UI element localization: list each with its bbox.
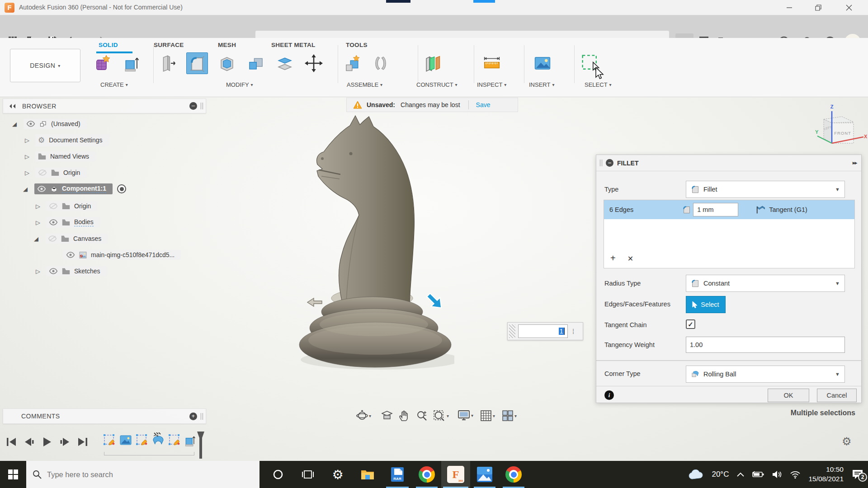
viewports-tool[interactable] — [502, 410, 517, 422]
create-primitive-icon[interactable] — [92, 52, 114, 74]
cortana-button[interactable] — [263, 461, 293, 488]
timeline-go-to-end[interactable] — [77, 436, 89, 447]
timeline-sketch-feature[interactable] — [102, 433, 117, 447]
expand-icon[interactable]: ◢ — [11, 121, 18, 127]
modify-combine-icon[interactable] — [245, 52, 267, 74]
insert-canvas-icon[interactable] — [532, 52, 553, 74]
construct-group-label[interactable]: CONSTRUCT — [416, 81, 458, 88]
panel-grip[interactable] — [201, 413, 203, 420]
add-comment-icon[interactable]: + — [189, 413, 197, 420]
tangency-weight-input[interactable] — [686, 337, 845, 353]
tree-row-origin[interactable]: ▷ Origin — [24, 166, 86, 179]
tree-row-component[interactable]: ◢ Component1:1 — [22, 182, 126, 196]
look-at-tool[interactable] — [381, 410, 393, 421]
comments-panel-header[interactable]: COMMENTS + — [3, 408, 206, 424]
eye-off-icon[interactable] — [48, 235, 57, 242]
expand-icon[interactable]: ◢ — [22, 186, 29, 192]
settings-app-icon[interactable]: ⚙ — [323, 461, 353, 488]
secondary-arrow-icon[interactable] — [307, 297, 323, 307]
tab-mesh[interactable]: MESH — [218, 42, 236, 48]
volume-icon[interactable] — [772, 470, 782, 479]
tab-sheet-metal[interactable]: SHEET METAL — [271, 42, 316, 48]
zoom-tool[interactable] — [416, 410, 428, 422]
timeline-canvas-feature[interactable] — [118, 433, 133, 447]
save-link[interactable]: Save — [476, 101, 491, 108]
construct-plane-icon[interactable] — [421, 52, 443, 74]
timeline-step-back[interactable] — [24, 436, 35, 447]
cancel-button[interactable]: Cancel — [817, 389, 857, 402]
hidden-icons-chevron[interactable] — [737, 472, 744, 477]
eye-off-icon[interactable] — [38, 169, 47, 176]
tree-row-named-views[interactable]: ▷ Named Views — [24, 150, 95, 163]
type-dropdown[interactable]: Fillet ▼ — [686, 181, 845, 198]
start-button[interactable] — [0, 461, 26, 488]
winrar-icon[interactable]: RAR — [382, 461, 412, 488]
file-explorer-icon[interactable] — [353, 461, 382, 488]
info-icon[interactable]: i — [604, 390, 614, 400]
eye-icon[interactable] — [49, 219, 58, 225]
view-cube[interactable]: FRONT LEFT Z Y X — [813, 104, 867, 154]
expand-icon[interactable]: ◢ — [33, 235, 40, 242]
temperature-text[interactable]: 20°C — [712, 470, 729, 479]
eye-off-icon[interactable] — [49, 203, 58, 209]
timeline-position-marker[interactable] — [196, 432, 205, 459]
grid-snap-tool[interactable] — [480, 410, 495, 422]
modify-shell-icon[interactable] — [216, 52, 238, 74]
dialog-minimize-icon[interactable]: – — [606, 159, 613, 167]
weather-cloud-icon[interactable] — [688, 469, 703, 480]
timeline-step-forward[interactable] — [59, 436, 71, 447]
maximize-button[interactable] — [806, 0, 831, 15]
design-dropdown[interactable]: DESIGN — [10, 49, 80, 82]
modify-press-pull-icon[interactable] — [157, 52, 179, 74]
chrome-icon-2[interactable] — [499, 461, 528, 488]
pan-tool[interactable] — [399, 410, 410, 422]
close-button[interactable] — [836, 0, 862, 15]
battery-icon[interactable] — [752, 471, 764, 478]
eye-icon[interactable] — [49, 268, 58, 274]
tree-row-unsaved[interactable]: ◢ (Unsaved) — [11, 117, 87, 131]
corner-type-dropdown[interactable]: Rolling Ball ▼ — [686, 366, 845, 383]
assemble-group-label[interactable]: ASSEMBLE — [347, 81, 382, 88]
manipulator-arrow-icon[interactable] — [424, 292, 448, 316]
collapsed-icon[interactable]: ▷ — [34, 203, 42, 210]
timeline-go-to-start[interactable] — [5, 436, 17, 447]
dimension-input-widget[interactable]: 1 ⁞ — [507, 322, 583, 340]
collapse-panel-icon[interactable] — [9, 103, 16, 109]
action-center-icon[interactable]: 2 — [852, 469, 863, 480]
fillet-dialog-titlebar[interactable]: – FILLET ▸▸ — [596, 155, 861, 171]
tree-row-canvas-image[interactable]: main-qimg-c510f8e471dcd5... — [63, 248, 181, 262]
dialog-expand-icon[interactable]: ▸▸ — [853, 160, 857, 166]
drag-handle[interactable] — [509, 324, 515, 338]
radius-type-dropdown[interactable]: Constant ▼ — [686, 275, 845, 292]
insert-group-label[interactable]: INSERT — [529, 81, 554, 88]
eye-icon[interactable] — [26, 121, 35, 127]
task-view-button[interactable] — [293, 461, 323, 488]
tree-row-canvases[interactable]: ◢ Canvases — [33, 232, 108, 245]
create-extrude-icon[interactable] — [120, 52, 142, 74]
tab-surface[interactable]: SURFACE — [154, 42, 184, 48]
timeline-revolve-feature[interactable] — [151, 433, 165, 447]
kebab-menu-icon[interactable]: ⁞ — [572, 328, 574, 335]
remove-edge-set-button[interactable]: ✕ — [627, 253, 633, 263]
model-knight[interactable] — [296, 112, 454, 376]
orbit-tool[interactable] — [356, 410, 371, 422]
tangent-chain-checkbox[interactable]: ✓ — [686, 319, 695, 329]
collapsed-icon[interactable]: ▷ — [24, 153, 31, 160]
minimize-button[interactable] — [777, 0, 802, 15]
dialog-grip[interactable] — [600, 160, 602, 166]
display-settings-tool[interactable] — [458, 410, 473, 421]
edge-set-list[interactable]: 6 Edges Tangent (G1) + ✕ — [604, 200, 855, 268]
zoom-window-tool[interactable] — [433, 410, 449, 422]
collapsed-icon[interactable]: ▷ — [24, 137, 31, 144]
timeline-extrude-feature[interactable] — [183, 433, 197, 447]
assemble-new-component-icon[interactable] — [342, 52, 363, 74]
inspect-group-label[interactable]: INSPECT — [477, 81, 506, 88]
taskbar-clock[interactable]: 10:50 15/08/2021 — [808, 465, 844, 484]
tree-row-document-settings[interactable]: ▷ ⚙ Document Settings — [24, 133, 109, 147]
activate-component-radio[interactable] — [117, 184, 126, 193]
modify-group-label[interactable]: MODIFY — [226, 81, 253, 88]
timeline-play[interactable] — [42, 436, 52, 447]
fusion360-taskbar-icon[interactable]: F 360 — [441, 461, 470, 488]
tree-row-bodies[interactable]: ▷ Bodies — [34, 216, 100, 229]
fillet-dialog[interactable]: – FILLET ▸▸ Type Fillet ▼ 6 Edges Tangen… — [596, 155, 862, 403]
